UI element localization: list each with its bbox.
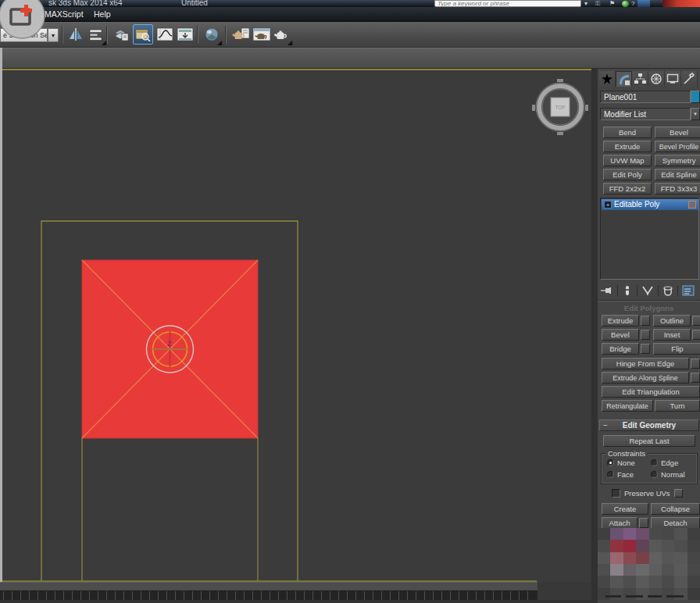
hinge-from-edge-button[interactable]: Hinge From Edge	[602, 358, 689, 369]
pin-stack-icon[interactable]	[600, 284, 614, 297]
rollout-edit-polygons-header[interactable]: Edit Polygons	[598, 304, 700, 312]
rollout-edit-geometry-header[interactable]: − Edit Geometry	[599, 419, 699, 431]
render-production-button[interactable]: ◢	[272, 24, 292, 45]
retriangulate-button[interactable]: Retriangulate	[602, 400, 653, 412]
tab-modify[interactable]	[616, 71, 632, 87]
create-button[interactable]: Create	[602, 503, 648, 515]
mosaic-cell	[623, 528, 637, 541]
modifier-button-ffd-2x2x2[interactable]: FFD 2x2x2	[603, 183, 652, 194]
align-button[interactable]: ◢	[86, 24, 106, 45]
schematic-view-button[interactable]	[175, 24, 195, 45]
viewcube[interactable]: TOP	[532, 79, 588, 135]
key-login-icon[interactable]: ⚿	[595, 0, 600, 7]
modifier-button-bevel-profile[interactable]: Bevel Profile	[655, 141, 700, 152]
graphite-ribbon-toggle-button[interactable]	[133, 24, 153, 45]
rendered-frame-window-button[interactable]	[252, 24, 272, 45]
modifier-button-symmetry[interactable]: Symmetry	[655, 155, 700, 166]
configure-modifier-sets-icon[interactable]	[681, 284, 695, 297]
bridge-settings-box[interactable]	[641, 344, 650, 354]
make-unique-icon[interactable]	[641, 284, 655, 297]
modifier-list-dropdown-arrow[interactable]: ▼	[691, 108, 700, 120]
modifier-button-edit-poly[interactable]: Edit Poly	[603, 169, 652, 180]
extrude-settings-box[interactable]	[641, 316, 650, 326]
tab-utilities[interactable]	[681, 71, 698, 87]
tab-create[interactable]	[599, 71, 616, 87]
extrude-button[interactable]: Extrude	[602, 315, 639, 326]
stack-entry-icon[interactable]: +	[604, 201, 612, 209]
constraint-normal[interactable]: Normal	[651, 470, 685, 479]
curve-editor-button[interactable]	[155, 24, 175, 45]
modifier-button-bend[interactable]: Bend	[603, 127, 652, 138]
menu-maxscript[interactable]: MAXScript	[45, 9, 84, 19]
modifier-button-edit-spline[interactable]: Edit Spline	[655, 169, 700, 180]
preserve-uvs-settings-box[interactable]	[674, 489, 683, 498]
collapse-icon[interactable]: −	[603, 420, 608, 430]
preserve-uvs-checkbox[interactable]	[612, 489, 620, 498]
constraint-none[interactable]: None	[607, 458, 635, 467]
render-setup-button[interactable]	[231, 24, 252, 45]
modifier-button-ffd-3x3x3[interactable]: FFD 3x3x3	[655, 183, 700, 194]
modifier-button-extrude[interactable]: Extrude	[603, 141, 652, 152]
display-icon	[666, 73, 679, 85]
flag-icon[interactable]: ⚑	[609, 0, 615, 7]
attach-settings-box[interactable]	[639, 518, 648, 528]
constraint-face[interactable]: Face	[607, 470, 634, 479]
mosaic-cell	[649, 564, 662, 576]
track-bar-tick	[63, 591, 64, 600]
modifier-stack-list[interactable]: + Editable Poly	[600, 198, 699, 280]
track-bar-tick	[347, 591, 348, 600]
bevel-settings-box[interactable]	[641, 330, 650, 340]
hinge-settings-box[interactable]	[691, 359, 700, 369]
radio-icon[interactable]	[607, 471, 614, 478]
remove-modifier-icon[interactable]	[662, 284, 674, 297]
mirror-button[interactable]	[66, 24, 86, 45]
stack-entry-editable-poly[interactable]: + Editable Poly	[602, 199, 698, 210]
bevel-button[interactable]: Bevel	[602, 329, 639, 341]
inset-button[interactable]: Inset	[653, 329, 691, 341]
selection-sets-dropdown-arrow[interactable]: ▼	[48, 28, 59, 42]
modifier-button-uvw-map[interactable]: UVW Map	[603, 155, 652, 166]
minimize-button[interactable]	[638, 0, 650, 7]
tab-motion[interactable]	[648, 71, 665, 87]
constraint-edge[interactable]: Edge	[651, 458, 678, 467]
attach-button[interactable]: Attach	[602, 517, 638, 529]
outline-button[interactable]: Outline	[653, 315, 691, 326]
modifier-list-combo[interactable]: Modifier List	[600, 108, 691, 120]
help-icon[interactable]: ?	[631, 0, 634, 7]
viewport[interactable]: Z TOP	[2, 69, 591, 582]
communication-center-icon[interactable]	[622, 1, 629, 7]
radio-icon[interactable]	[607, 459, 614, 466]
track-bar-tick	[424, 591, 425, 600]
extrude-along-spline-button[interactable]: Extrude Along Spline	[602, 372, 689, 384]
radio-icon[interactable]	[651, 471, 658, 478]
edit-triangulation-button[interactable]: Edit Triangulation	[602, 386, 700, 398]
stack-entry-box-icon[interactable]	[688, 201, 696, 209]
close-button[interactable]	[662, 0, 700, 7]
ribbon-band-collapsed[interactable]	[0, 48, 700, 69]
object-color-swatch[interactable]	[691, 91, 700, 103]
outline-settings-box[interactable]	[692, 316, 700, 326]
repeat-last-button[interactable]: Repeat Last	[603, 435, 695, 447]
detach-button[interactable]: Detach	[651, 517, 700, 529]
infocenter-search-input[interactable]	[434, 0, 581, 7]
flip-button[interactable]: Flip	[653, 343, 700, 355]
layer-manager-button[interactable]	[111, 24, 131, 45]
bridge-button[interactable]: Bridge	[602, 343, 639, 355]
mosaic-dashes	[605, 595, 691, 598]
turn-button[interactable]: Turn	[655, 400, 700, 412]
inset-settings-box[interactable]	[692, 330, 700, 340]
track-bar[interactable]	[0, 590, 538, 600]
menu-help[interactable]: Help	[94, 9, 111, 19]
radio-icon[interactable]	[651, 459, 658, 466]
search-dropdown-icon[interactable]: ▾	[584, 0, 588, 7]
collapse-button[interactable]: Collapse	[651, 503, 700, 515]
tab-hierarchy[interactable]	[632, 71, 648, 87]
material-editor-button[interactable]: ◢	[202, 24, 222, 45]
modifier-button-bevel[interactable]: Bevel	[655, 127, 700, 138]
time-slider-area[interactable]	[0, 582, 538, 590]
extrude-along-spline-settings-box[interactable]	[691, 373, 700, 383]
rotate-gizmo[interactable]: Z	[147, 326, 194, 373]
object-name-field[interactable]: Plane001	[600, 91, 691, 103]
show-end-result-icon[interactable]	[621, 284, 634, 297]
tab-display[interactable]	[665, 71, 681, 87]
